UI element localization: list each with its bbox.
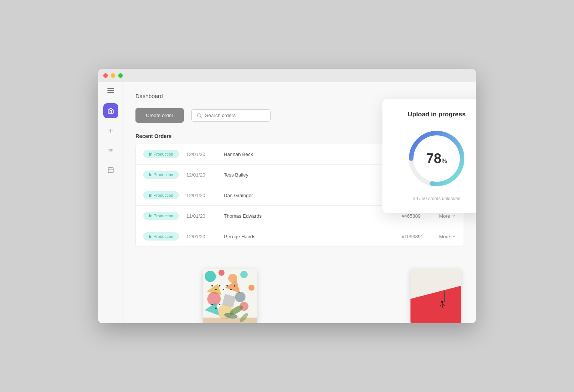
status-badge: In Production (143, 232, 179, 241)
order-name: Hannah Beck (224, 151, 394, 157)
svg-point-31 (215, 289, 217, 290)
order-id: #1093891 (402, 234, 431, 239)
order-more-button[interactable]: More (439, 213, 456, 219)
bottom-pattern-image (203, 269, 257, 323)
svg-point-46 (441, 301, 443, 303)
status-badge: In Production (143, 171, 179, 179)
svg-point-28 (248, 285, 254, 291)
browser-window: Dashboard Create order Recent Orders In … (98, 69, 476, 323)
svg-point-30 (211, 285, 213, 287)
svg-point-39 (219, 304, 220, 305)
order-name: Dan Grainger (224, 193, 394, 198)
sidebar (98, 82, 123, 323)
svg-point-17 (219, 270, 225, 276)
search-box (191, 109, 271, 122)
status-badge: In Production (143, 150, 179, 158)
svg-point-32 (219, 285, 220, 287)
svg-point-22 (207, 292, 221, 306)
sidebar-item-add[interactable] (104, 124, 117, 138)
upload-title: Upload in progress (408, 111, 466, 118)
svg-point-36 (234, 285, 235, 287)
upload-card: Upload in progress 78 % 39 / 50 orders u (382, 99, 476, 213)
status-badge: In Production (143, 212, 179, 220)
sidebar-item-home[interactable] (103, 103, 118, 118)
sidebar-nav (103, 103, 118, 177)
order-name: Geroge Hands (224, 234, 394, 239)
search-input[interactable] (205, 113, 265, 118)
progress-number: 78 (426, 151, 441, 166)
search-icon (197, 113, 202, 118)
svg-point-37 (211, 304, 213, 305)
progress-ring: 78 % (407, 129, 467, 189)
page-title: Dashboard (135, 93, 464, 99)
order-date: 11/01/20 (186, 213, 216, 219)
traffic-light-yellow[interactable] (111, 73, 115, 78)
svg-point-24 (235, 292, 245, 302)
order-date: 12/01/20 (186, 193, 216, 198)
svg-rect-49 (444, 291, 445, 302)
order-more-button[interactable]: More (439, 234, 456, 239)
svg-point-2 (110, 150, 112, 151)
status-badge: In Production (143, 191, 179, 199)
svg-point-35 (230, 289, 232, 290)
svg-point-33 (223, 289, 224, 290)
create-order-button[interactable]: Create order (135, 108, 184, 123)
order-name: Thomas Edwards (224, 213, 394, 219)
bottom-art-image (410, 269, 461, 323)
order-date: 12/01/20 (186, 234, 216, 239)
pattern-svg (203, 269, 257, 323)
svg-line-12 (201, 116, 202, 117)
sidebar-item-calendar[interactable] (104, 163, 117, 177)
order-date: 12/01/20 (186, 172, 216, 178)
sidebar-item-settings[interactable] (104, 144, 117, 157)
svg-point-16 (205, 271, 216, 282)
browser-titlebar (98, 69, 476, 82)
table-row: In Production 12/01/20 Geroge Hands #109… (136, 226, 464, 246)
traffic-light-red[interactable] (103, 73, 108, 78)
chevron-down-icon (452, 214, 456, 218)
svg-point-38 (215, 307, 217, 309)
order-id: #465889 (402, 213, 431, 219)
progress-percent: % (442, 158, 447, 165)
order-date: 12/01/20 (186, 151, 216, 157)
order-name: Tess Bailey (224, 172, 394, 178)
traffic-light-green[interactable] (118, 73, 123, 78)
menu-icon[interactable] (107, 88, 114, 93)
svg-point-21 (240, 271, 248, 278)
svg-rect-7 (108, 168, 113, 173)
upload-subtitle: 39 / 50 orders uploaded (413, 196, 461, 201)
svg-rect-29 (203, 318, 257, 323)
art-svg (410, 269, 461, 323)
chevron-down-icon (452, 234, 456, 239)
progress-text: 78 % (426, 151, 447, 166)
svg-point-34 (226, 285, 228, 287)
